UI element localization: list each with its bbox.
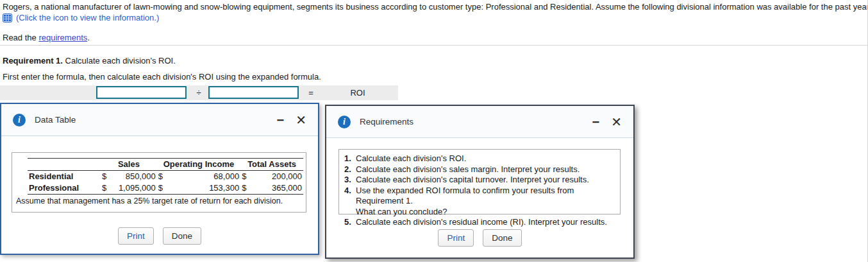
done-button[interactable]: Done bbox=[483, 229, 521, 247]
row-label-professional: Professional bbox=[28, 182, 101, 195]
currency-sign: $ bbox=[101, 182, 112, 195]
formula-denominator-input[interactable] bbox=[208, 86, 299, 99]
problem-statement: Rogers, a national manufacturer of lawn-… bbox=[3, 2, 868, 12]
division-data-table: Sales Operating Income Total Assets Resi… bbox=[28, 158, 303, 195]
requirement1-heading: Requirement 1. Calculate each division's… bbox=[3, 56, 176, 66]
formula-bar: ÷ = ROI bbox=[0, 85, 398, 100]
roi-result-label: ROI bbox=[338, 88, 378, 98]
minimize-icon[interactable]: − bbox=[592, 118, 600, 127]
data-table-box: Sales Operating Income Total Assets Resi… bbox=[12, 152, 306, 213]
requirements-window: i Requirements − ✕ 1. Calculate each div… bbox=[325, 105, 635, 259]
table-row: Residential $ 850,000 $ 68,000 $ 200,000 bbox=[28, 171, 303, 183]
item-text: Calculate each division's sales margin. … bbox=[356, 164, 580, 175]
read-prefix: Read the bbox=[3, 33, 38, 42]
professional-sales: 1,095,000 bbox=[112, 182, 156, 195]
minimize-icon[interactable]: − bbox=[277, 116, 285, 125]
col-header-sales: Sales bbox=[101, 159, 157, 171]
requirements-window-title: Requirements bbox=[360, 117, 413, 127]
item-number: 4. bbox=[344, 186, 356, 207]
col-header-operating-income: Operating Income bbox=[157, 159, 240, 171]
currency-sign: $ bbox=[240, 182, 252, 195]
item-text: Calculate each division's capital turnov… bbox=[356, 175, 589, 186]
divide-sign: ÷ bbox=[193, 88, 204, 98]
info-icon: i bbox=[338, 116, 351, 128]
residential-total-assets: 200,000 bbox=[252, 171, 303, 183]
item-number: 2. bbox=[344, 164, 356, 175]
requirements-box: 1. Calculate each division's ROI. 2. Cal… bbox=[338, 149, 621, 214]
residential-operating-income: 68,000 bbox=[169, 171, 240, 183]
currency-sign: $ bbox=[101, 171, 112, 183]
currency-sign: $ bbox=[157, 171, 169, 183]
horizontal-divider bbox=[0, 45, 868, 46]
equals-sign: = bbox=[306, 88, 315, 98]
data-table-caption-line: (Click the icon to view the information.… bbox=[3, 13, 159, 22]
item-text: Use the expanded ROI formula to confirm … bbox=[356, 186, 615, 207]
done-button[interactable]: Done bbox=[163, 227, 201, 245]
data-table-window-title: Data Table bbox=[35, 115, 76, 125]
requirement-item-1: 1. Calculate each division's ROI. bbox=[344, 153, 615, 164]
table-header-row: Sales Operating Income Total Assets bbox=[28, 159, 303, 171]
requirement-item-5: 5. Calculate each division's residual in… bbox=[344, 217, 615, 228]
close-icon[interactable]: ✕ bbox=[611, 116, 622, 128]
data-table-window: i Data Table − ✕ Sales Operating Income … bbox=[0, 103, 319, 255]
item-number: 3. bbox=[344, 175, 356, 186]
currency-sign: $ bbox=[157, 182, 169, 195]
table-row: Professional $ 1,095,000 $ 153,300 $ 365… bbox=[28, 182, 303, 195]
read-requirements-line: Read the requirements. bbox=[3, 33, 90, 42]
professional-total-assets: 365,000 bbox=[252, 182, 303, 195]
item-number: 5. bbox=[344, 217, 356, 228]
requirement-item-4-continuation: What can you conclude? bbox=[356, 207, 615, 218]
data-table-titlebar[interactable]: i Data Table − ✕ bbox=[1, 104, 318, 136]
currency-sign: $ bbox=[240, 171, 252, 183]
col-header-total-assets: Total Assets bbox=[240, 159, 303, 171]
item-text: Calculate each division's ROI. bbox=[356, 153, 466, 164]
item-number: 1. bbox=[344, 153, 356, 164]
row-label-residential: Residential bbox=[28, 171, 101, 183]
requirement1-text: Calculate each division's ROI. bbox=[63, 56, 176, 66]
requirement-item-3: 3. Calculate each division's capital tur… bbox=[344, 175, 615, 186]
residential-sales: 850,000 bbox=[112, 171, 156, 183]
item-text: Calculate each division's residual incom… bbox=[356, 217, 607, 228]
close-icon[interactable]: ✕ bbox=[296, 114, 306, 127]
print-button[interactable]: Print bbox=[118, 227, 154, 245]
requirement-item-2: 2. Calculate each division's sales margi… bbox=[344, 164, 615, 175]
data-table-caption[interactable]: (Click the icon to view the information.… bbox=[16, 13, 159, 22]
print-button[interactable]: Print bbox=[438, 229, 474, 247]
requirements-button-row: Print Done bbox=[326, 229, 633, 247]
requirements-link[interactable]: requirements bbox=[38, 33, 87, 42]
formula-numerator-input[interactable] bbox=[96, 86, 187, 99]
info-icon: i bbox=[13, 114, 26, 127]
data-table-icon[interactable] bbox=[3, 13, 12, 22]
formula-instruction: First enter the formula, then calculate … bbox=[3, 72, 321, 82]
requirements-titlebar[interactable]: i Requirements − ✕ bbox=[326, 106, 633, 138]
read-suffix: . bbox=[87, 33, 90, 42]
requirement-item-4: 4. Use the expanded ROI formula to confi… bbox=[344, 186, 615, 207]
target-rate-note: Assume that management has a 25% target … bbox=[16, 197, 302, 205]
requirement1-label: Requirement 1. bbox=[3, 56, 63, 66]
professional-operating-income: 153,300 bbox=[169, 182, 240, 195]
data-table-button-row: Print Done bbox=[1, 227, 318, 245]
